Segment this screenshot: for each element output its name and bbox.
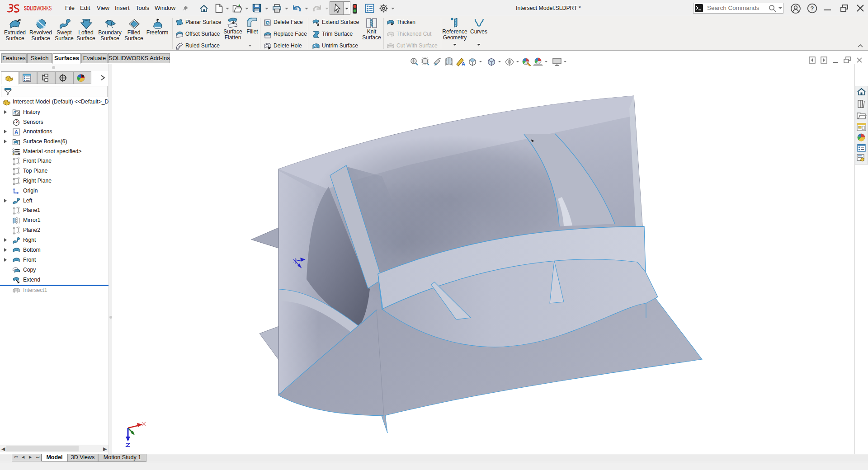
svg-text:A: A xyxy=(462,61,465,66)
